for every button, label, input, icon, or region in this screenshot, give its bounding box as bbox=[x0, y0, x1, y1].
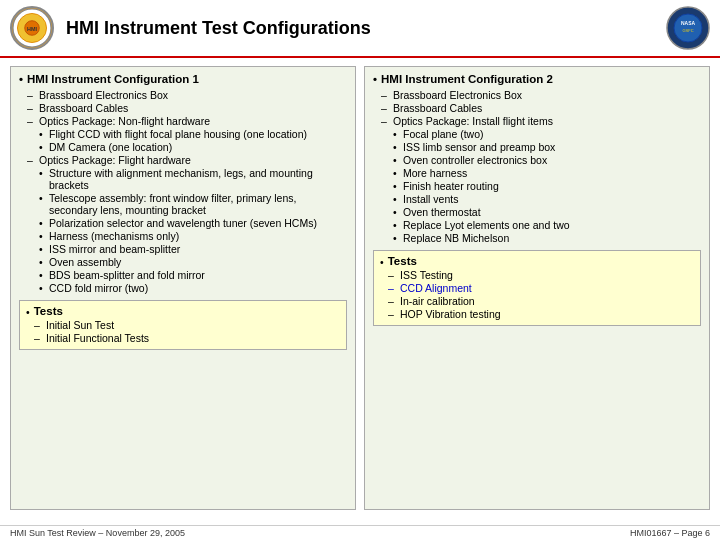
col2-item-8: •Install vents bbox=[373, 193, 701, 205]
page-title: HMI Instrument Test Configurations bbox=[54, 18, 666, 39]
col1-test-0: –Initial Sun Test bbox=[26, 319, 340, 331]
col1-item-13: •CCD fold mirror (two) bbox=[19, 282, 347, 294]
column-2: •HMI Instrument Configuration 2 –Brassbo… bbox=[364, 66, 710, 510]
col2-item-3: •Focal plane (two) bbox=[373, 128, 701, 140]
col2-tests-title: Tests bbox=[388, 255, 417, 267]
col2-test-1: –CCD Alignment bbox=[380, 282, 694, 294]
svg-text:NASA: NASA bbox=[681, 20, 696, 26]
col1-item-5: –Optics Package: Flight hardware bbox=[19, 154, 347, 166]
col2-item-0: –Brassboard Electronics Box bbox=[373, 89, 701, 101]
col2-test-3: –HOP Vibration testing bbox=[380, 308, 694, 320]
column-1: •HMI Instrument Configuration 1 –Brassbo… bbox=[10, 66, 356, 510]
logo-left: HMI bbox=[10, 6, 54, 50]
footer: HMI Sun Test Review – November 29, 2005 … bbox=[0, 525, 720, 540]
footer-right: HMI01667 – Page 6 bbox=[630, 528, 710, 538]
col2-test-2: –In-air calibration bbox=[380, 295, 694, 307]
col1-tests-title: Tests bbox=[34, 305, 63, 317]
col2-item-10: •Replace Lyot elements one and two bbox=[373, 219, 701, 231]
col2-tests-box: • Tests –ISS Testing –CCD Alignment –In-… bbox=[373, 250, 701, 326]
header: HMI HMI Instrument Test Configurations N… bbox=[0, 0, 720, 58]
col1-tests-title-row: • Tests bbox=[26, 305, 340, 319]
col2-test-0: –ISS Testing bbox=[380, 269, 694, 281]
col1-item-10: •ISS mirror and beam-splitter bbox=[19, 243, 347, 255]
svg-text:HMI: HMI bbox=[27, 26, 37, 32]
col1-item-12: •BDS beam-splitter and fold mirror bbox=[19, 269, 347, 281]
col1-item-9: •Harness (mechanisms only) bbox=[19, 230, 347, 242]
col2-item-4: •ISS limb sensor and preamp box bbox=[373, 141, 701, 153]
col1-item-7: •Telescope assembly: front window filter… bbox=[19, 192, 347, 216]
logo-right: NASA GSFC bbox=[666, 6, 710, 50]
col2-title: •HMI Instrument Configuration 2 bbox=[373, 73, 701, 85]
footer-left: HMI Sun Test Review – November 29, 2005 bbox=[10, 528, 185, 538]
col2-item-5: •Oven controller electronics box bbox=[373, 154, 701, 166]
col1-test-1: –Initial Functional Tests bbox=[26, 332, 340, 344]
col2-item-2: –Optics Package: Install flight items bbox=[373, 115, 701, 127]
svg-text:GSFC: GSFC bbox=[682, 28, 693, 33]
col2-item-6: •More harness bbox=[373, 167, 701, 179]
col2-item-7: •Finish heater routing bbox=[373, 180, 701, 192]
col1-item-1: –Brassboard Cables bbox=[19, 102, 347, 114]
col1-item-2: –Optics Package: Non-flight hardware bbox=[19, 115, 347, 127]
col1-item-6: •Structure with alignment mechanism, leg… bbox=[19, 167, 347, 191]
col1-title: •HMI Instrument Configuration 1 bbox=[19, 73, 347, 85]
col1-item-3: •Flight CCD with flight focal plane hous… bbox=[19, 128, 347, 140]
col1-item-0: –Brassboard Electronics Box bbox=[19, 89, 347, 101]
col2-item-1: –Brassboard Cables bbox=[373, 102, 701, 114]
col2-item-9: •Oven thermostat bbox=[373, 206, 701, 218]
col2-tests-title-row: • Tests bbox=[380, 255, 694, 269]
col1-item-11: •Oven assembly bbox=[19, 256, 347, 268]
col1-tests-box: • Tests –Initial Sun Test –Initial Funct… bbox=[19, 300, 347, 350]
col2-item-11: •Replace NB Michelson bbox=[373, 232, 701, 244]
col1-item-8: •Polarization selector and wavelength tu… bbox=[19, 217, 347, 229]
col1-item-4: •DM Camera (one location) bbox=[19, 141, 347, 153]
